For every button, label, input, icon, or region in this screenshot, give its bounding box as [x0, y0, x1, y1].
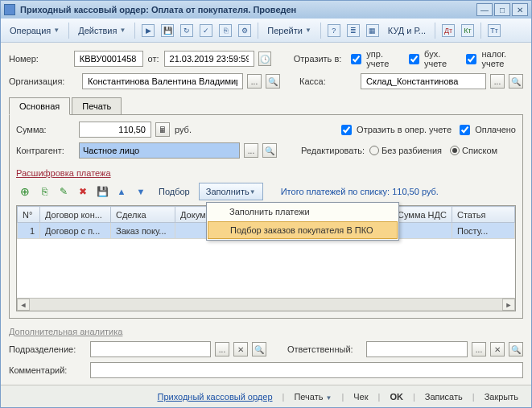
chk-paid[interactable]: Оплачено	[456, 122, 516, 138]
dt-kt-icon[interactable]: Дт	[439, 22, 458, 39]
resp-field[interactable]	[366, 341, 468, 357]
help-icon[interactable]: ?	[324, 22, 344, 39]
radio-icon	[369, 146, 379, 155]
col-num[interactable]: N°	[18, 207, 40, 223]
kassa-open-icon[interactable]: 🔍	[509, 74, 523, 89]
operation-menu[interactable]: Операция▼	[4, 22, 65, 39]
move-down-icon[interactable]: ▼	[132, 183, 150, 200]
footer-close[interactable]: Закрыть	[478, 389, 525, 404]
contragent-field[interactable]: Частное лицо	[79, 142, 240, 159]
footer-pko[interactable]: Приходный кассовый ордер	[151, 389, 278, 404]
col-contract[interactable]: Договор кон...	[40, 207, 111, 223]
structure-icon[interactable]: ⚙	[235, 22, 254, 39]
save-icon[interactable]: 💾	[158, 22, 177, 39]
based-on-icon[interactable]: ⎘	[216, 22, 235, 39]
col-nds-sum[interactable]: Сумма НДС	[393, 207, 452, 223]
chevron-down-icon: ▼	[53, 27, 60, 34]
maximize-button[interactable]: □	[494, 3, 510, 16]
radio-list[interactable]: Списком	[450, 146, 497, 155]
number-field[interactable]	[74, 51, 143, 67]
chk-bux[interactable]: бух. учете	[406, 49, 458, 68]
footer-print[interactable]: Печать ▼	[287, 389, 338, 404]
kud-button[interactable]: КУД и Р...	[382, 22, 431, 39]
contr-value: Частное лицо	[83, 146, 139, 155]
unit-input[interactable]	[94, 344, 207, 355]
close-button[interactable]: ✕	[512, 3, 528, 16]
minimize-button[interactable]: —	[476, 3, 493, 16]
org-open-icon[interactable]: 🔍	[266, 74, 280, 89]
col-deal[interactable]: Сделка	[111, 207, 175, 223]
chk-oper[interactable]: Отразить в опер. учете	[338, 122, 452, 138]
tab-main[interactable]: Основная	[9, 97, 70, 115]
delete-row-icon[interactable]: ✖	[74, 183, 92, 200]
payments-summary: Итого платежей по списку: 110,50 руб.	[281, 187, 439, 196]
post-document-icon[interactable]: ✓	[196, 22, 216, 39]
radio-without[interactable]: Без разбиения	[369, 146, 442, 155]
kassa-field[interactable]	[361, 73, 486, 89]
hscrollbar[interactable]: ◄ ►	[17, 298, 515, 311]
chk-upr[interactable]: упр. учете	[348, 49, 401, 68]
comment-input[interactable]	[94, 365, 519, 376]
date-field[interactable]	[164, 51, 254, 67]
resp-clear-icon[interactable]: ✕	[490, 342, 505, 356]
org-input[interactable]	[86, 76, 239, 87]
resp-input[interactable]	[370, 344, 464, 355]
chk-nal[interactable]: налог. учете	[463, 49, 523, 68]
content-area: Номер: от: 🕓 Отразить в: упр. учете бух.…	[1, 43, 531, 385]
post-icon[interactable]: ▶	[138, 22, 158, 39]
kassa-label: Касса:	[299, 76, 356, 86]
org-field[interactable]	[82, 73, 243, 89]
unit-pick-icon[interactable]: ...	[215, 342, 229, 356]
footer-check[interactable]: Чек	[347, 389, 374, 404]
calc-icon[interactable]: 🖩	[155, 122, 170, 137]
add-row-icon[interactable]: ⊕	[16, 183, 34, 200]
contr-open-icon[interactable]: 🔍	[262, 143, 277, 158]
menu-pick-orders[interactable]: Подбор заказов покупателя В ПКО	[208, 221, 398, 239]
fill-button[interactable]: Заполнить ▼	[199, 183, 263, 200]
sum-field[interactable]	[79, 122, 151, 138]
tab-print[interactable]: Печать	[72, 97, 122, 115]
save-rows-icon[interactable]: 💾	[93, 183, 111, 200]
inner-toolbar-wrap: ⊕ ⎘ ✎ ✖ 💾 ▲ ▼ Подбор Заполнить ▼ Итого п…	[16, 181, 516, 202]
settings-icon[interactable]: Tт	[485, 22, 504, 39]
chevron-down-icon: ▼	[325, 394, 332, 402]
podbor-button[interactable]: Подбор	[151, 183, 197, 200]
number-input[interactable]	[78, 53, 139, 64]
resp-pick-icon[interactable]: ...	[472, 342, 486, 356]
unit-open-icon[interactable]: 🔍	[252, 342, 266, 356]
unit-field[interactable]	[90, 341, 211, 357]
radio-without-label: Без разбиения	[381, 146, 442, 155]
kassa-input[interactable]	[365, 76, 482, 87]
col-article[interactable]: Статья	[452, 207, 515, 223]
tab-panel-main: Сумма: 🖩 руб. Отразить в опер. учете Опл…	[9, 114, 523, 319]
footer-ok[interactable]: OK	[383, 389, 410, 404]
payments-toolbar: ⊕ ⎘ ✎ ✖ 💾 ▲ ▼ Подбор Заполнить ▼ Итого п…	[16, 181, 516, 202]
actions-menu[interactable]: Действия▼	[72, 22, 131, 39]
scroll-left-icon[interactable]: ◄	[17, 299, 30, 311]
resp-open-icon[interactable]: 🔍	[509, 342, 523, 356]
menu-fill-payments[interactable]: Заполнить платежи	[207, 203, 398, 220]
calendar-icon[interactable]: 🕓	[258, 52, 271, 66]
list-icon[interactable]: ≣	[344, 22, 363, 39]
separator	[320, 23, 321, 39]
date-input[interactable]	[168, 53, 250, 64]
sum-input[interactable]	[83, 124, 147, 135]
comment-field[interactable]	[90, 362, 523, 378]
dt-kt2-icon[interactable]: Кт	[458, 22, 477, 39]
separator	[480, 23, 481, 39]
scroll-right-icon[interactable]: ►	[502, 299, 515, 311]
contr-pick-icon[interactable]: ...	[244, 143, 258, 158]
footer-save[interactable]: Записать	[419, 389, 469, 404]
radio-list-label: Списком	[462, 146, 497, 155]
kassa-pick-icon[interactable]: ...	[490, 74, 505, 89]
window-title: Приходный кассовый ордер: Оплата от поку…	[20, 5, 475, 14]
org-pick-icon[interactable]: ...	[247, 74, 262, 89]
goto-menu[interactable]: Перейти▼	[262, 22, 317, 39]
copy-row-icon[interactable]: ⎘	[35, 183, 53, 200]
move-up-icon[interactable]: ▲	[113, 183, 130, 200]
edit-row-icon[interactable]: ✎	[55, 183, 72, 200]
unit-clear-icon[interactable]: ✕	[233, 342, 248, 356]
report-icon[interactable]: ▦	[363, 22, 382, 39]
scroll-track[interactable]	[30, 299, 502, 311]
refresh-icon[interactable]: ↻	[177, 22, 196, 39]
